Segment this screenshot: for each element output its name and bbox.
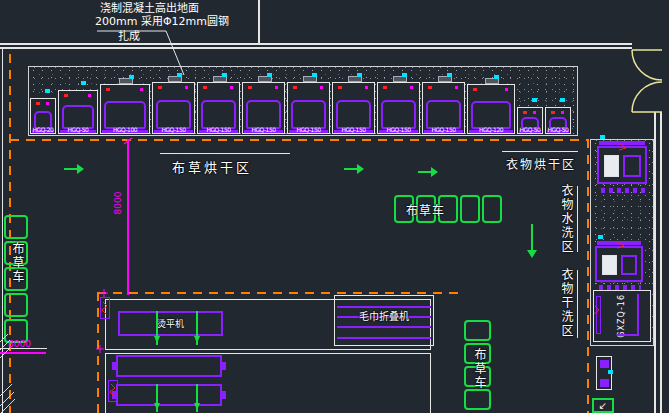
valve-icon <box>312 73 317 77</box>
zone-dry-cleaning-label: 衣物干洗区 <box>558 268 575 338</box>
linen-cart[interactable] <box>4 215 28 239</box>
flow-arrow-right-1 <box>64 168 82 170</box>
utility-box[interactable] <box>108 380 118 402</box>
cad-drawing-canvas[interactable]: 浇制混凝土高出地面 200mm 采用Φ12mm圆钢 扎成 布草烘干区 衣物烘干区… <box>0 0 669 413</box>
ironer-2-tab <box>221 362 226 370</box>
alert-mark-icon <box>36 102 40 105</box>
zone-washing-label: 衣物水洗区 <box>558 184 575 254</box>
dryer-drum <box>336 100 371 129</box>
alert-mark-icon <box>158 86 162 89</box>
dryer-machine[interactable]: HGQ-150 <box>287 82 330 134</box>
washer-machine-1[interactable] <box>597 146 647 184</box>
valve-icon <box>222 73 227 77</box>
dryer-drum <box>156 100 191 129</box>
mark-icon <box>533 111 536 114</box>
note-line-3: 扎成 <box>118 31 140 44</box>
utility-box[interactable] <box>100 297 110 319</box>
dryer-label: HGQ-150 <box>333 126 374 133</box>
note-line-2: 200mm 采用Φ12mm圆钢 <box>95 16 229 29</box>
alert-mark-icon <box>473 88 477 91</box>
alert-mark-icon <box>248 86 252 89</box>
dryer-machine[interactable]: HGQ-150 <box>332 82 375 134</box>
towel-folder-machine[interactable]: 毛巾折叠机 <box>334 295 434 346</box>
ironer-machine-3[interactable] <box>116 384 222 406</box>
cart-col-left-label: 布草车 <box>9 242 26 284</box>
linen-cart[interactable] <box>464 389 491 410</box>
wall-top-outer <box>0 43 632 45</box>
wall-left <box>2 47 3 413</box>
dryer-machine[interactable]: HGQ-150 <box>377 82 420 134</box>
dryer-label: HGQ-120 <box>468 126 514 133</box>
dry-clean-room-line-h <box>617 334 639 336</box>
cart-row-center-label: 布草车 <box>406 201 445 218</box>
linen-cart[interactable] <box>482 195 502 223</box>
ironer-machine-2[interactable] <box>116 355 222 377</box>
wall-right-inner <box>660 112 662 413</box>
dryer-drum <box>381 100 416 129</box>
door-leaf-top <box>632 50 662 80</box>
washer-door <box>604 155 619 177</box>
mark-icon <box>185 86 188 89</box>
mark-icon <box>140 88 143 91</box>
mark-icon <box>230 86 233 89</box>
boundary-right <box>587 139 589 413</box>
dryer-drum <box>291 100 326 129</box>
dryer-machine[interactable]: HGQ-50 <box>545 107 571 134</box>
dryer-machine[interactable]: HGQ-150 <box>197 82 240 134</box>
mark-icon <box>410 86 413 89</box>
dryer-label: HGQ-100 <box>101 126 149 133</box>
zone-clothes-drying-label: 衣物烘干区 <box>506 155 576 172</box>
wall-divider <box>258 0 260 44</box>
dryer-label: HGQ-50 <box>59 126 97 133</box>
washer-1-top <box>599 141 645 145</box>
dryer-drum <box>471 101 511 129</box>
corner-arrow-box[interactable]: ↙ <box>592 398 614 413</box>
alert-mark-icon <box>293 86 297 89</box>
dimension-line-horizontal[interactable] <box>0 352 46 354</box>
mark-icon <box>505 88 508 91</box>
dryer-machine[interactable]: HGQ-50 <box>58 90 98 134</box>
zone-linen-drying-label: 布草烘干区 <box>172 157 252 176</box>
washer-1-base <box>601 188 645 193</box>
zone-linen-drying-overline <box>160 153 290 154</box>
dryer-machine[interactable]: HGQ-150 <box>242 82 285 134</box>
dimension-line-vertical[interactable] <box>127 139 129 295</box>
dry-clean-machine-label: GXZQ-16 <box>617 294 626 338</box>
dryer-drum <box>201 100 236 129</box>
linen-cart[interactable] <box>464 320 491 341</box>
dryer-machine[interactable]: HGQ-100 <box>100 84 150 134</box>
mark-icon <box>365 86 368 89</box>
dry-clean-room-panel <box>596 296 601 334</box>
valve-icon <box>357 73 362 77</box>
washer-2-valve-icon <box>598 235 603 239</box>
valve-icon <box>447 73 452 77</box>
linen-cart[interactable] <box>4 293 28 317</box>
linen-cart[interactable] <box>460 195 480 223</box>
alert-mark-icon <box>523 111 527 114</box>
press-part <box>600 360 609 368</box>
dryer-drum <box>104 101 146 129</box>
valve-icon <box>81 81 86 85</box>
dryer-machine[interactable]: HGQ-150 <box>422 82 465 134</box>
washer-machine-2[interactable] <box>595 246 643 282</box>
mark-icon <box>88 94 91 97</box>
zone-washing-sideline <box>577 186 578 252</box>
ironer-machine-1[interactable]: 烫平机 <box>118 311 223 336</box>
dryer-machine[interactable]: HGQ-150 <box>152 82 195 134</box>
dryer-machine[interactable]: HGQ-20 <box>30 98 56 134</box>
dryer-label: HGQ-150 <box>378 126 419 133</box>
press-machine[interactable] <box>596 356 612 390</box>
valve-icon <box>129 75 134 79</box>
mark-icon <box>561 111 564 114</box>
corner-arrow-icon: ↙ <box>599 400 607 411</box>
washer-door <box>602 255 617 275</box>
door-leaf-bottom <box>632 82 662 112</box>
boundary-under-platform <box>10 139 588 141</box>
dryer-machine[interactable]: HGQ-120 <box>467 84 515 134</box>
flow-arrow-right-2 <box>344 168 362 170</box>
alert-mark-icon <box>338 86 342 89</box>
dryer-machine[interactable]: HGQ-50 <box>517 107 543 134</box>
dryer-label: HGQ-150 <box>243 126 284 133</box>
valve-icon <box>532 98 537 102</box>
washer-2-top <box>597 241 641 245</box>
